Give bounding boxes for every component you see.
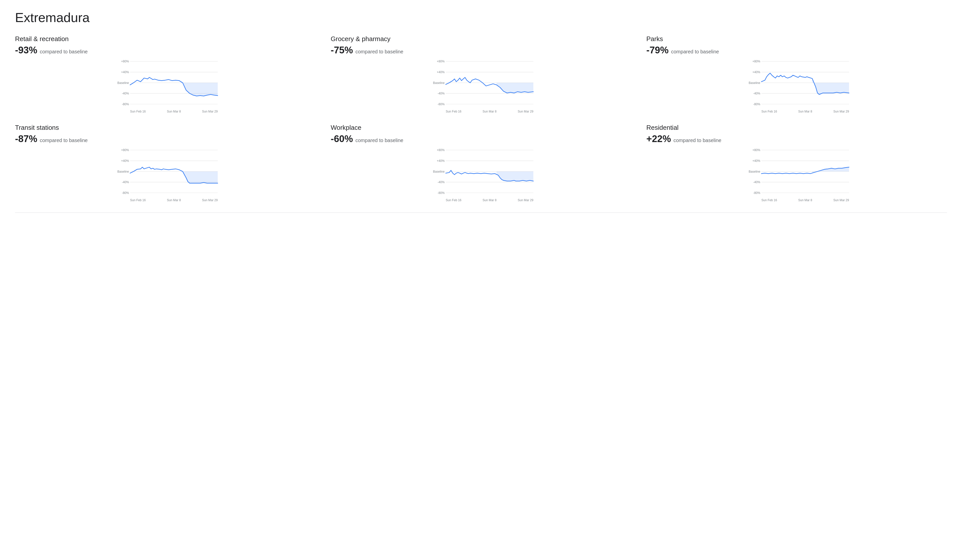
svg-text:Baseline: Baseline	[433, 170, 445, 173]
card-title-workplace: Workplace	[331, 124, 631, 132]
card-title-grocery: Grocery & pharmacy	[331, 35, 631, 43]
chart-svg: +80%+40%Baseline-40%-80%Sun Feb 16Sun Ma…	[331, 147, 631, 202]
card-stat-residential: +22% compared to baseline	[646, 134, 947, 144]
card-title-retail: Retail & recreation	[15, 35, 316, 43]
svg-text:Sun Feb 16: Sun Feb 16	[130, 199, 146, 202]
card-transit: Transit stations -87% compared to baseli…	[15, 124, 316, 202]
svg-text:+80%: +80%	[437, 148, 445, 152]
svg-text:Sun Mar 8: Sun Mar 8	[798, 110, 812, 113]
svg-text:-80%: -80%	[122, 191, 129, 195]
card-title-transit: Transit stations	[15, 124, 316, 132]
svg-text:-40%: -40%	[753, 92, 760, 95]
stat-value-grocery: -75%	[331, 45, 353, 56]
svg-text:+40%: +40%	[437, 70, 445, 74]
card-parks: Parks -79% compared to baseline +80%+40%…	[646, 35, 947, 114]
svg-text:-40%: -40%	[122, 181, 129, 184]
svg-text:Sun Feb 16: Sun Feb 16	[130, 110, 146, 113]
card-grocery: Grocery & pharmacy -75% compared to base…	[331, 35, 631, 114]
svg-text:+80%: +80%	[121, 148, 129, 152]
svg-text:-40%: -40%	[122, 92, 129, 95]
svg-text:+80%: +80%	[437, 60, 445, 63]
svg-text:-80%: -80%	[437, 102, 445, 106]
chart-container-parks: +80%+40%Baseline-40%-80%Sun Feb 16Sun Ma…	[646, 59, 947, 114]
svg-text:-80%: -80%	[753, 191, 760, 195]
svg-text:Baseline: Baseline	[433, 81, 445, 85]
svg-text:Sun Feb 16: Sun Feb 16	[445, 199, 462, 202]
card-stat-grocery: -75% compared to baseline	[331, 45, 631, 56]
stat-label-parks: compared to baseline	[671, 49, 719, 55]
svg-text:-40%: -40%	[753, 181, 760, 184]
svg-text:Sun Mar 29: Sun Mar 29	[833, 199, 849, 202]
stat-label-residential: compared to baseline	[673, 137, 721, 143]
svg-text:-40%: -40%	[437, 92, 445, 95]
svg-text:Sun Mar 8: Sun Mar 8	[167, 110, 181, 113]
svg-text:+40%: +40%	[121, 70, 129, 74]
svg-text:+80%: +80%	[752, 60, 760, 63]
stat-label-workplace: compared to baseline	[355, 137, 404, 143]
chart-svg: +80%+40%Baseline-40%-80%Sun Feb 16Sun Ma…	[331, 59, 631, 114]
chart-container-residential: +80%+40%Baseline-40%-80%Sun Feb 16Sun Ma…	[646, 147, 947, 202]
chart-svg: +80%+40%Baseline-40%-80%Sun Feb 16Sun Ma…	[15, 59, 316, 114]
stat-label-retail: compared to baseline	[40, 49, 88, 55]
chart-svg: +80%+40%Baseline-40%-80%Sun Feb 16Sun Ma…	[15, 147, 316, 202]
stat-value-residential: +22%	[646, 134, 671, 144]
svg-text:Sun Mar 8: Sun Mar 8	[798, 199, 812, 202]
card-stat-parks: -79% compared to baseline	[646, 45, 947, 56]
svg-text:Sun Feb 16: Sun Feb 16	[761, 199, 777, 202]
stat-label-transit: compared to baseline	[40, 137, 88, 143]
svg-text:Sun Feb 16: Sun Feb 16	[761, 110, 777, 113]
svg-text:+80%: +80%	[121, 60, 129, 63]
svg-text:Baseline: Baseline	[749, 81, 760, 85]
svg-text:Baseline: Baseline	[117, 170, 129, 173]
card-workplace: Workplace -60% compared to baseline +80%…	[331, 124, 631, 202]
stat-value-transit: -87%	[15, 134, 37, 144]
card-stat-retail: -93% compared to baseline	[15, 45, 316, 56]
svg-text:Sun Mar 29: Sun Mar 29	[202, 110, 218, 113]
chart-svg: +80%+40%Baseline-40%-80%Sun Feb 16Sun Ma…	[646, 59, 947, 114]
svg-text:Baseline: Baseline	[117, 81, 129, 85]
card-stat-workplace: -60% compared to baseline	[331, 134, 631, 144]
chart-container-transit: +80%+40%Baseline-40%-80%Sun Feb 16Sun Ma…	[15, 147, 316, 202]
svg-text:+40%: +40%	[752, 70, 760, 74]
svg-text:-40%: -40%	[437, 181, 445, 184]
svg-text:+40%: +40%	[121, 159, 129, 163]
svg-text:-80%: -80%	[122, 102, 129, 106]
card-retail: Retail & recreation -93% compared to bas…	[15, 35, 316, 114]
stat-value-parks: -79%	[646, 45, 669, 56]
chart-container-workplace: +80%+40%Baseline-40%-80%Sun Feb 16Sun Ma…	[331, 147, 631, 202]
chart-container-grocery: +80%+40%Baseline-40%-80%Sun Feb 16Sun Ma…	[331, 59, 631, 114]
svg-text:+40%: +40%	[752, 159, 760, 163]
chart-container-retail: +80%+40%Baseline-40%-80%Sun Feb 16Sun Ma…	[15, 59, 316, 114]
card-residential: Residential +22% compared to baseline +8…	[646, 124, 947, 202]
svg-text:Sun Mar 8: Sun Mar 8	[483, 110, 497, 113]
svg-text:+40%: +40%	[437, 159, 445, 163]
card-title-residential: Residential	[646, 124, 947, 132]
chart-svg: +80%+40%Baseline-40%-80%Sun Feb 16Sun Ma…	[646, 147, 947, 202]
svg-text:Sun Mar 29: Sun Mar 29	[518, 110, 533, 113]
card-title-parks: Parks	[646, 35, 947, 43]
stat-label-grocery: compared to baseline	[355, 49, 404, 55]
svg-text:Baseline: Baseline	[749, 170, 760, 173]
svg-text:+80%: +80%	[752, 148, 760, 152]
stat-value-retail: -93%	[15, 45, 37, 56]
svg-text:Sun Mar 8: Sun Mar 8	[483, 199, 497, 202]
svg-text:-80%: -80%	[437, 191, 445, 195]
svg-text:Sun Mar 29: Sun Mar 29	[202, 199, 218, 202]
charts-grid: Retail & recreation -93% compared to bas…	[15, 35, 947, 202]
svg-text:Sun Mar 29: Sun Mar 29	[518, 199, 533, 202]
svg-text:Sun Feb 16: Sun Feb 16	[445, 110, 462, 113]
svg-text:Sun Mar 29: Sun Mar 29	[833, 110, 849, 113]
card-stat-transit: -87% compared to baseline	[15, 134, 316, 144]
page-title: Extremadura	[15, 10, 947, 25]
svg-text:Sun Mar 8: Sun Mar 8	[167, 199, 181, 202]
stat-value-workplace: -60%	[331, 134, 353, 144]
svg-text:-80%: -80%	[753, 102, 760, 106]
